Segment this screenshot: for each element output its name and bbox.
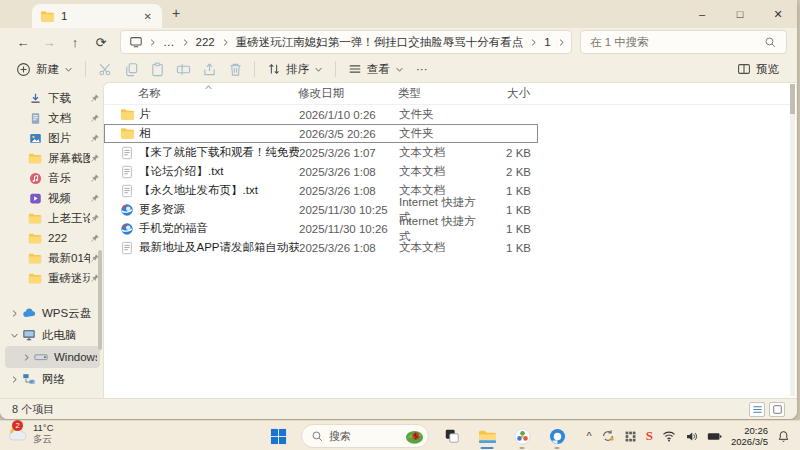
more-options-button[interactable]: ···	[410, 58, 434, 80]
text-icon	[119, 241, 135, 255]
chevron-down-icon[interactable]	[8, 329, 20, 341]
column-header-date[interactable]: 修改日期	[298, 86, 398, 101]
internet-icon	[119, 222, 135, 236]
sidebar-item-下载[interactable]: 下载	[0, 88, 103, 108]
toolbar-divider	[254, 61, 255, 77]
sidebar-item-Windows-SSD[interactable]: Windows-SSD	[5, 346, 100, 368]
sidebar-item-网络[interactable]: 网络	[0, 368, 103, 390]
new-tab-button[interactable]: +	[172, 5, 180, 21]
close-button[interactable]: ✕	[759, 0, 797, 28]
grid-app-icon[interactable]	[624, 430, 637, 443]
search-input[interactable]: 在 1 中搜索	[580, 30, 787, 54]
preview-pane-icon	[737, 62, 751, 76]
sidebar-item-label: Windows-SSD	[54, 351, 97, 363]
app-taskbar-icon[interactable]	[510, 423, 534, 449]
table-row[interactable]: 【论坛介绍】.txt2025/3/26 1:08文本文档2 KB	[104, 162, 538, 181]
chevron-right-icon[interactable]	[20, 351, 32, 363]
breadcrumb-item[interactable]: 重磅迷玩江南媳妇第一弹！倒挂口交抽脸辱骂十分有看点	[235, 35, 525, 50]
table-row[interactable]: 最新地址及APP请发邮箱自动获取！！！.txt2025/3/26 1:08文本文…	[104, 238, 538, 257]
back-button[interactable]: ←	[10, 30, 36, 54]
chevron-right-icon[interactable]	[8, 307, 20, 319]
wifi-icon[interactable]	[662, 430, 676, 442]
pin-icon	[90, 93, 100, 103]
folder-icon	[119, 107, 135, 122]
file-type: 文本文档	[399, 164, 487, 179]
tray-expand-chevron[interactable]: ^	[587, 430, 592, 442]
sidebar-item-222[interactable]: 222	[0, 228, 103, 248]
sync-icon[interactable]	[601, 429, 615, 443]
notification-bell-icon[interactable]	[777, 430, 790, 443]
folder-icon	[28, 211, 42, 225]
breadcrumb-ellipsis[interactable]: …	[162, 36, 176, 48]
breadcrumb-item[interactable]: 1	[543, 36, 551, 48]
column-header-name[interactable]: 名称	[138, 86, 298, 101]
sidebar-item-最新01年学生[interactable]: 最新01年学生	[0, 248, 103, 268]
refresh-button[interactable]: ⟳	[88, 30, 114, 54]
sidebar-item-文档[interactable]: 文档	[0, 108, 103, 128]
column-header-size[interactable]: 大小	[486, 86, 530, 101]
details-view-toggle[interactable]	[769, 402, 785, 417]
table-row[interactable]: 【来了就能下载和观看！纯免费！】.txt2025/3/26 1:07文本文档2 …	[104, 143, 538, 162]
view-button[interactable]: 查看	[342, 58, 410, 80]
forward-button[interactable]: →	[36, 30, 62, 54]
file-list-scrollbar[interactable]	[790, 84, 795, 396]
sidebar-item-重磅迷玩江南[interactable]: 重磅迷玩江南	[0, 268, 103, 288]
sidebar-item-屏幕截图[interactable]: 屏幕截图	[0, 148, 103, 168]
file-explorer-taskbar-icon[interactable]	[475, 423, 499, 449]
file-name: 片	[139, 107, 299, 122]
sidebar-item-音乐[interactable]: 音乐	[0, 168, 103, 188]
copy-button[interactable]	[118, 58, 144, 80]
paste-button[interactable]	[144, 58, 170, 80]
sidebar-item-视频[interactable]: 视频	[0, 188, 103, 208]
table-row[interactable]: 相2026/3/5 20:26文件夹	[104, 124, 538, 143]
battery-icon[interactable]	[707, 431, 722, 442]
task-view-button[interactable]	[440, 423, 464, 449]
clock-date: 2026/3/5	[731, 436, 768, 447]
table-row[interactable]: 片2026/1/10 0:26文件夹	[104, 105, 538, 124]
rename-button[interactable]	[170, 58, 196, 80]
sidebar-item-label: 视频	[48, 191, 71, 206]
up-button[interactable]: ↑	[62, 30, 88, 54]
sidebar-item-label: 网络	[42, 372, 65, 387]
table-row[interactable]: 手机党的福音2025/11/30 10:26Internet 快捷方式1 KB	[104, 219, 538, 238]
new-button-label: 新建	[36, 62, 59, 77]
chevron-down-icon	[64, 65, 73, 74]
minimize-button[interactable]: –	[683, 0, 721, 28]
chevron-right-icon[interactable]	[8, 373, 20, 385]
delete-button[interactable]	[222, 58, 248, 80]
sidebar-item-图片[interactable]: 图片	[0, 128, 103, 148]
navigation-pane: 下载文档图片屏幕截图音乐视频上老王论坛当222最新01年学生重磅迷玩江南 WPS…	[0, 82, 103, 398]
tab-close-icon[interactable]: ✕	[142, 11, 154, 22]
explorer-tab[interactable]: 1 ✕	[32, 4, 162, 28]
music-icon	[28, 171, 42, 185]
share-button[interactable]	[196, 58, 222, 80]
taskbar-weather-widget[interactable]: 2 11°C 多云	[6, 423, 54, 445]
start-button[interactable]	[266, 423, 290, 449]
taskbar-clock[interactable]: 20:26 2026/3/5	[731, 425, 768, 448]
taskbar-search[interactable]: 搜索	[301, 424, 429, 448]
sidebar-scrollbar[interactable]	[98, 250, 102, 350]
pin-icon	[90, 233, 100, 243]
breadcrumb-item[interactable]: 222	[195, 36, 216, 48]
status-bar: 8 个项目	[0, 398, 797, 419]
new-button[interactable]: 新建	[10, 58, 79, 80]
column-header-type[interactable]: 类型	[398, 86, 486, 101]
preview-button[interactable]: 预览	[731, 58, 785, 80]
chevron-down-icon	[395, 65, 404, 74]
window-controls: – □ ✕	[683, 0, 797, 28]
cut-button[interactable]	[92, 58, 118, 80]
browser-taskbar-icon[interactable]	[545, 423, 569, 449]
sidebar-item-此电脑[interactable]: 此电脑	[0, 324, 103, 346]
input-method-icon[interactable]: S	[646, 428, 653, 444]
sidebar-item-上老王论坛当[interactable]: 上老王论坛当	[0, 208, 103, 228]
cloud-icon	[22, 306, 36, 320]
sidebar-item-WPS云盘[interactable]: WPS云盘	[0, 302, 103, 324]
preview-button-label: 预览	[756, 62, 779, 77]
maximize-button[interactable]: □	[721, 0, 759, 28]
volume-icon[interactable]	[685, 430, 698, 443]
sidebar-item-label: 最新01年学生	[48, 251, 90, 266]
address-bar[interactable]: … 222 重磅迷玩江南媳妇第一弹！倒挂口交抽脸辱骂十分有看点 1	[120, 30, 572, 54]
list-view-toggle[interactable]	[749, 402, 765, 417]
file-type: 文本文档	[399, 240, 487, 255]
sort-button[interactable]: 排序	[261, 58, 329, 80]
